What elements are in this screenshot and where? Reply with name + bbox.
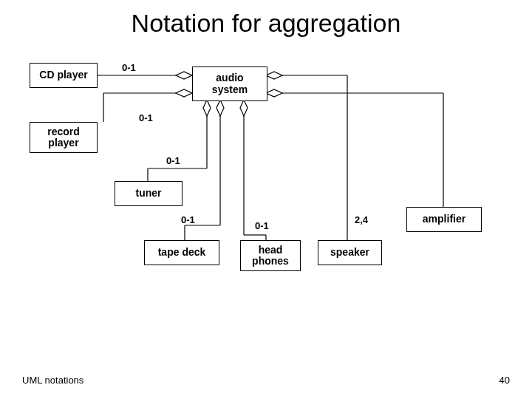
mult-speaker: 2,4 <box>355 214 368 225</box>
aggregation-diamond-tape <box>216 100 224 116</box>
uml-diagram: CD player record player audio system tun… <box>22 59 510 332</box>
class-speaker: speaker <box>318 240 382 265</box>
class-head-phones: head phones <box>240 240 301 271</box>
aggregation-diamond-tuner <box>203 100 211 116</box>
class-tuner: tuner <box>115 181 183 206</box>
aggregation-diamond-head <box>240 100 248 116</box>
footer-topic: UML notations <box>22 375 83 386</box>
class-cd-player: CD player <box>30 63 98 88</box>
mult-tuner: 0-1 <box>166 155 180 166</box>
class-audio-system: audio system <box>192 66 267 101</box>
class-amplifier: amplifier <box>406 207 482 232</box>
class-record-player: record player <box>30 122 98 153</box>
slide-number: 40 <box>499 375 510 386</box>
mult-cd: 0-1 <box>122 62 136 73</box>
mult-tape: 0-1 <box>181 214 195 225</box>
slide-title: Notation for aggregation <box>0 9 532 38</box>
aggregation-diamond-amplifier <box>266 89 282 97</box>
aggregation-diamond-record <box>176 89 192 97</box>
mult-head: 0-1 <box>255 220 269 231</box>
mult-record: 0-1 <box>139 112 153 123</box>
aggregation-diamond-cd <box>176 72 192 79</box>
aggregation-diamond-speaker <box>266 72 282 79</box>
class-tape-deck: tape deck <box>144 240 219 265</box>
